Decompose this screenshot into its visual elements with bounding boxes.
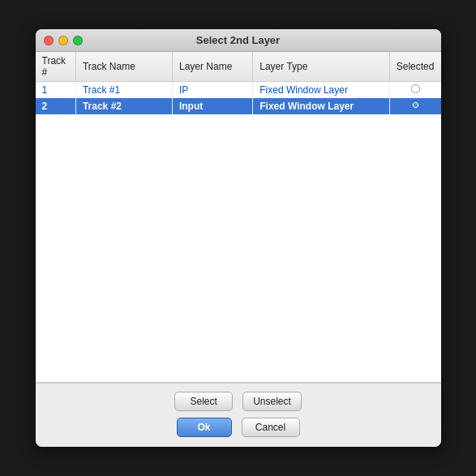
table-container: Track # Track Name Layer Name Layer Type… bbox=[36, 52, 441, 383]
table-row[interactable]: 1Track #1IPFixed Window Layer bbox=[36, 82, 441, 98]
cancel-button[interactable]: Cancel bbox=[242, 418, 300, 437]
cell-track-num: 1 bbox=[36, 82, 76, 98]
titlebar-buttons bbox=[44, 36, 83, 45]
table-header-row: Track # Track Name Layer Name Layer Type… bbox=[36, 52, 441, 82]
cell-selected bbox=[389, 98, 440, 114]
col-header-layer-name: Layer Name bbox=[172, 52, 252, 82]
footer-bottom-row: Ok Cancel bbox=[177, 418, 300, 437]
cell-selected bbox=[389, 82, 440, 98]
window-title: Select 2nd Layer bbox=[196, 34, 280, 46]
cell-track-name: Track #1 bbox=[75, 82, 172, 98]
empty-area bbox=[36, 114, 441, 382]
cell-layer-name: IP bbox=[172, 82, 252, 98]
dialog-footer: Select Unselect Ok Cancel bbox=[36, 383, 441, 447]
table-row[interactable]: 2Track #2InputFixed Window Layer bbox=[36, 98, 441, 114]
minimize-button[interactable] bbox=[58, 36, 68, 45]
close-button[interactable] bbox=[44, 36, 54, 45]
col-header-layer-type: Layer Type bbox=[253, 52, 390, 82]
cell-layer-type: Fixed Window Layer bbox=[253, 82, 390, 98]
titlebar: Select 2nd Layer bbox=[36, 29, 441, 52]
tracks-table: Track # Track Name Layer Name Layer Type… bbox=[36, 52, 441, 114]
dialog-window: Select 2nd Layer Track # Track Name Laye… bbox=[36, 29, 441, 447]
cell-layer-name: Input bbox=[172, 98, 252, 114]
col-header-track-name: Track Name bbox=[75, 52, 172, 82]
unselect-button[interactable]: Unselect bbox=[242, 392, 302, 411]
select-button[interactable]: Select bbox=[174, 392, 233, 411]
radio-indicator bbox=[411, 84, 420, 93]
col-header-selected: Selected bbox=[389, 52, 440, 82]
cell-track-name: Track #2 bbox=[75, 98, 172, 114]
radio-indicator bbox=[411, 101, 420, 109]
footer-top-row: Select Unselect bbox=[174, 392, 302, 411]
cell-layer-type: Fixed Window Layer bbox=[253, 98, 390, 114]
cell-track-num: 2 bbox=[36, 98, 76, 114]
ok-button[interactable]: Ok bbox=[177, 418, 232, 437]
maximize-button[interactable] bbox=[73, 36, 83, 45]
col-header-track-num: Track # bbox=[36, 52, 76, 82]
